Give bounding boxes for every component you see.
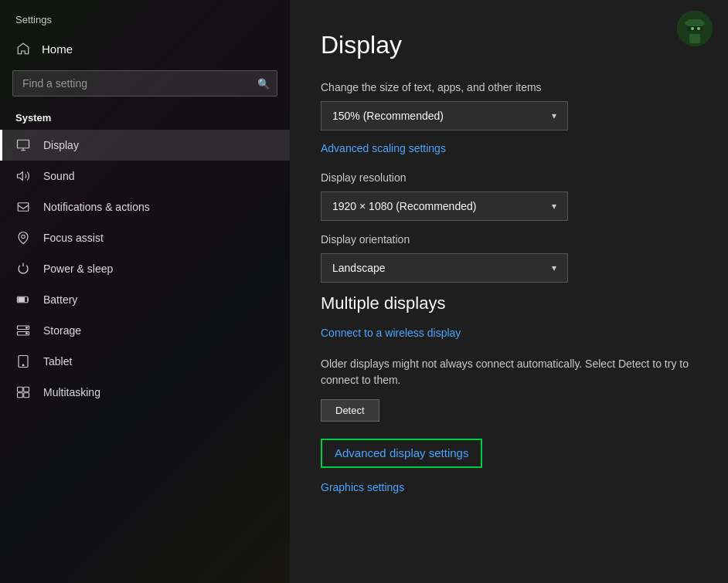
sound-icon [15,168,31,184]
detect-button[interactable]: Detect [321,399,379,422]
svg-point-10 [22,364,24,366]
orientation-dropdown[interactable]: Landscape ▾ [321,253,568,283]
storage-svg [16,324,30,337]
graphics-settings-link[interactable]: Graphics settings [321,481,404,493]
search-box: 🔍 [12,70,277,97]
tablet-svg [16,354,30,368]
sidebar-item-multitasking[interactable]: Multitasking [0,377,290,408]
battery-label: Battery [43,293,77,306]
main-content: Display Change the size of text, apps, a… [290,0,728,583]
storage-label: Storage [43,324,81,337]
svg-rect-1 [18,203,29,212]
orientation-value: Landscape [332,262,386,274]
app-title: Settings [0,0,290,33]
orientation-section: Display orientation Landscape ▾ [321,233,697,283]
search-icon: 🔍 [257,78,270,90]
sidebar-item-display[interactable]: Display [0,130,290,161]
avatar-area [677,11,713,46]
sidebar: Settings Home 🔍 System Display [0,0,290,583]
storage-icon [15,323,31,338]
svg-rect-12 [24,387,29,391]
older-displays-text: Older displays might not always connect … [321,356,697,388]
sidebar-item-home[interactable]: Home [0,33,290,64]
sidebar-item-sound[interactable]: Sound [0,161,290,192]
multitasking-label: Multitasking [43,386,100,398]
search-input[interactable] [12,70,277,97]
sound-svg [16,169,30,183]
scale-dropdown[interactable]: 150% (Recommended) ▾ [321,101,568,130]
power-icon [15,261,31,276]
multitasking-icon [15,385,31,400]
svg-rect-0 [18,140,29,148]
connect-wireless-link[interactable]: Connect to a wireless display [321,327,461,339]
svg-point-20 [697,27,700,30]
notifications-icon [15,199,31,215]
resolution-section: Display resolution 1920 × 1080 (Recommen… [321,171,697,221]
home-icon [15,41,31,56]
scale-value: 150% (Recommended) [332,110,444,122]
svg-point-8 [26,333,28,334]
resolution-value: 1920 × 1080 (Recommended) [332,200,476,212]
power-label: Power & sleep [43,263,113,275]
scale-section: Change the size of text, apps, and other… [321,81,697,171]
focus-svg [16,231,30,245]
resolution-chevron-icon: ▾ [552,201,556,212]
sidebar-item-focus[interactable]: Focus assist [0,222,290,253]
display-icon [15,137,31,153]
display-label: Display [43,139,79,151]
svg-rect-13 [18,393,23,398]
notifications-svg [16,200,30,214]
sidebar-item-power[interactable]: Power & sleep [0,253,290,284]
orientation-label: Display orientation [321,233,697,246]
power-svg [16,262,30,276]
svg-rect-21 [689,34,700,43]
advanced-scaling-link[interactable]: Advanced scaling settings [321,142,446,154]
svg-rect-4 [19,298,25,302]
home-svg [16,42,30,56]
advanced-display-settings-box[interactable]: Advanced display settings [321,439,482,468]
svg-point-2 [22,235,26,239]
sidebar-item-tablet[interactable]: Tablet [0,346,290,377]
multiple-displays-heading: Multiple displays [321,293,697,314]
resolution-dropdown[interactable]: 1920 × 1080 (Recommended) ▾ [321,192,568,221]
scale-chevron-icon: ▾ [552,110,556,121]
avatar-image [677,11,713,46]
svg-rect-17 [688,19,702,23]
orientation-chevron-icon: ▾ [552,263,556,273]
system-label: System [0,109,290,130]
notifications-label: Notifications & actions [43,201,150,213]
svg-point-7 [26,327,28,329]
svg-point-19 [691,27,694,30]
sidebar-item-battery[interactable]: Battery [0,284,290,315]
tablet-icon [15,354,31,369]
battery-icon [15,292,31,307]
avatar [677,11,713,46]
sidebar-item-notifications[interactable]: Notifications & actions [0,192,290,222]
battery-svg [16,293,30,307]
sound-label: Sound [43,170,74,182]
focus-icon [15,230,31,246]
home-label: Home [42,42,73,56]
page-title: Display [321,31,697,59]
display-svg [16,138,30,152]
focus-label: Focus assist [43,232,104,244]
svg-rect-11 [18,387,23,391]
multitasking-svg [16,385,30,399]
sidebar-item-storage[interactable]: Storage [0,315,290,346]
scale-label: Change the size of text, apps, and other… [321,81,697,93]
advanced-display-link[interactable]: Advanced display settings [335,446,468,459]
svg-rect-14 [24,393,29,398]
tablet-label: Tablet [43,355,72,368]
resolution-label: Display resolution [321,171,697,184]
multiple-displays-section: Multiple displays Connect to a wireless … [321,293,697,439]
